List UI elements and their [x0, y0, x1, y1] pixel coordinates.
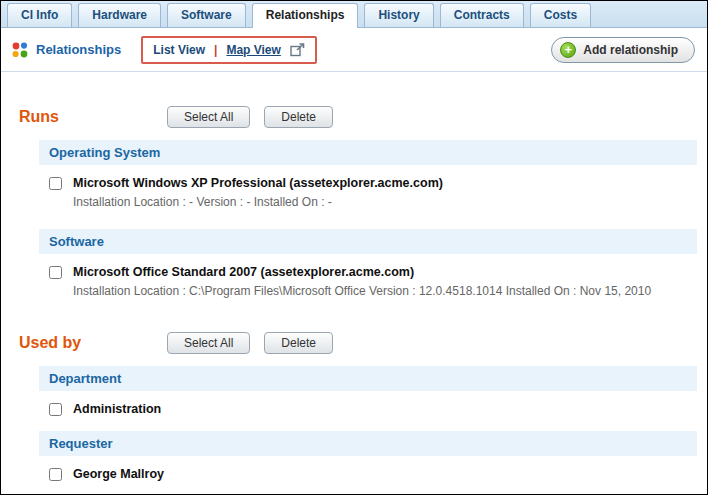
used-by-delete-button[interactable]: Delete [264, 332, 333, 354]
relationships-content: Runs Select All Delete Operating System … [1, 72, 707, 495]
used-by-section-title: Used by [19, 334, 167, 352]
item-name: Microsoft Windows XP Professional (asset… [73, 176, 443, 190]
tab-ci-info[interactable]: CI Info [7, 3, 72, 27]
used-by-section-header: Used by Select All Delete [19, 332, 699, 354]
runs-delete-button[interactable]: Delete [264, 106, 333, 128]
tab-costs[interactable]: Costs [530, 3, 591, 27]
item-checkbox[interactable] [49, 266, 62, 279]
list-item: George Mallroy [49, 460, 699, 484]
item-checkbox[interactable] [49, 468, 62, 481]
relationships-icon [11, 41, 29, 59]
list-item: Microsoft Office Standard 2007 (assetexp… [49, 258, 699, 282]
map-view-link[interactable]: Map View [226, 43, 280, 57]
ci-details-window: CI Info Hardware Software Relationships … [0, 0, 708, 495]
item-checkbox[interactable] [49, 177, 62, 190]
relationships-toolbar: Relationships List View | Map View + Add… [1, 28, 707, 72]
plus-icon: + [560, 42, 576, 58]
tab-history[interactable]: History [364, 3, 433, 27]
list-item: Administration [49, 395, 699, 419]
list-view-link[interactable]: List View [153, 43, 205, 57]
group-header-department: Department [39, 366, 697, 391]
item-details: Installation Location : - Version : - In… [73, 193, 699, 217]
group-header-requester: Requester [39, 431, 697, 456]
open-map-popup-icon[interactable] [290, 43, 305, 57]
view-separator: | [214, 43, 217, 57]
group-header-operating-system: Operating System [39, 140, 697, 165]
toolbar-title: Relationships [36, 42, 121, 57]
item-name: Microsoft Office Standard 2007 (assetexp… [73, 265, 414, 279]
tab-relationships[interactable]: Relationships [252, 3, 359, 28]
tab-hardware[interactable]: Hardware [78, 3, 161, 27]
item-details: Installation Location : C:\Program Files… [73, 282, 699, 306]
view-toggle-highlight: List View | Map View [141, 36, 317, 64]
used-by-select-all-button[interactable]: Select All [167, 332, 250, 354]
tab-bar: CI Info Hardware Software Relationships … [1, 1, 707, 28]
runs-section-header: Runs Select All Delete [19, 106, 699, 128]
list-item: Microsoft Windows XP Professional (asset… [49, 169, 699, 193]
add-relationship-button[interactable]: + Add relationship [551, 37, 695, 63]
tab-software[interactable]: Software [167, 3, 246, 27]
add-relationship-label: Add relationship [583, 43, 678, 57]
group-header-software: Software [39, 229, 697, 254]
item-checkbox[interactable] [49, 403, 62, 416]
runs-select-all-button[interactable]: Select All [167, 106, 250, 128]
item-name: Administration [73, 402, 161, 416]
tab-contracts[interactable]: Contracts [440, 3, 524, 27]
item-name: George Mallroy [73, 467, 164, 481]
runs-section-title: Runs [19, 108, 167, 126]
